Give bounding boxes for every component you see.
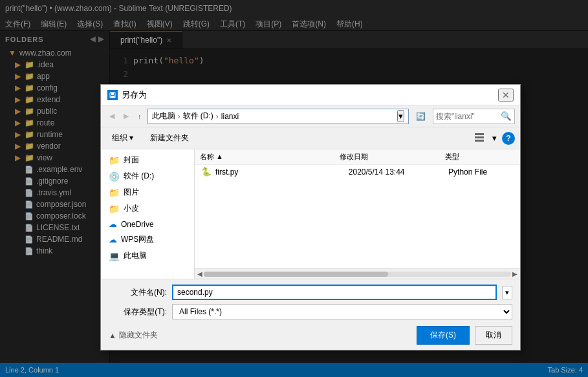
sidebar-item-label: 此电脑: [124, 250, 147, 261]
dialog-sidebar-item-D[interactable]: 💿软件 (D:): [101, 168, 194, 184]
sidebar-item-label: 软件 (D:): [124, 171, 154, 182]
dialog-sidebar-item-[interactable]: 📁封面: [101, 152, 194, 168]
dialog-sidebar-item-WPS[interactable]: ☁WPS网盘: [101, 232, 194, 248]
breadcrumb-dropdown-button[interactable]: ▾: [397, 110, 404, 122]
dialog-actions: 组织 ▾ 新建文件夹 ▾ ?: [101, 127, 520, 149]
dialog-body: 📁封面💿软件 (D:)📁图片📁小皮☁OneDrive☁WPS网盘💻此电脑 名称 …: [101, 149, 520, 279]
nav-forward-button[interactable]: ▶: [120, 110, 132, 122]
filelist-scrollbar: ◀ ▶: [195, 268, 520, 279]
pc-icon: 💻: [109, 251, 120, 261]
footer-buttons: ▲ 隐藏文件夹 保存(S) 取消: [109, 323, 512, 345]
svg-rect-1: [111, 96, 114, 98]
col-type[interactable]: 类型: [445, 152, 515, 162]
hide-folder-area: ▲ 隐藏文件夹: [109, 326, 411, 345]
file-date: 2020/5/14 13:44: [349, 167, 448, 177]
dialog-footer: 文件名(N): ▾ 保存类型(T): All Files (*.*) ▲ 隐藏文…: [101, 279, 520, 350]
dialog-sidebar-item-OneDrive[interactable]: ☁OneDrive: [101, 217, 194, 232]
dialog-title-text: 另存为: [122, 89, 494, 101]
hide-folder-chevron-icon: ▲: [109, 331, 116, 340]
file-list-area: 名称 ▲ 修改日期 类型 🐍 first.py 2020/5/14 13:44 …: [195, 149, 520, 279]
filetype-select[interactable]: All Files (*.*): [172, 304, 512, 319]
folder-icon: 📁: [109, 204, 120, 214]
scroll-left-button[interactable]: ◀: [196, 270, 204, 277]
file-name: first.py: [215, 167, 349, 177]
svg-rect-4: [475, 140, 484, 142]
action-left: 组织 ▾ 新建文件夹: [106, 130, 195, 146]
view-details-button[interactable]: ▾: [490, 132, 499, 144]
sidebar-item-label: 封面: [124, 155, 139, 166]
sidebar-item-label: WPS网盘: [121, 234, 154, 245]
refresh-button[interactable]: 🔄: [411, 110, 430, 123]
file-rows: 🐍 first.py 2020/5/14 13:44 Python File: [195, 165, 520, 178]
folder-icon: 📁: [109, 155, 120, 166]
folder-icon: 📁: [109, 188, 120, 198]
search-input[interactable]: [436, 112, 501, 121]
py-file-icon: 🐍: [200, 167, 213, 177]
organize-button[interactable]: 组织 ▾: [106, 130, 139, 146]
dialog-titlebar: 另存为 ✕: [101, 85, 520, 105]
search-box: 🔍: [433, 109, 515, 124]
bc-pc: 此电脑: [152, 111, 175, 122]
svg-rect-2: [475, 133, 484, 135]
dialog-title-icon: [107, 90, 118, 100]
dialog-close-button[interactable]: ✕: [498, 89, 514, 102]
dialog-toolbar: ◀ ▶ ↑ 此电脑 › 软件 (D:) › lianxi ▾ 🔄 🔍: [101, 105, 520, 127]
bc-sep1: ›: [178, 112, 180, 121]
cancel-button[interactable]: 取消: [475, 326, 512, 345]
save-dialog: 另存为 ✕ ◀ ▶ ↑ 此电脑 › 软件 (D:) › lianxi ▾ 🔄 🔍…: [100, 84, 521, 350]
filename-row: 文件名(N): ▾: [109, 285, 512, 300]
col-date[interactable]: 修改日期: [340, 152, 444, 162]
cloud-icon: ☁: [109, 235, 117, 244]
dialog-sidebar-item-[interactable]: 💻此电脑: [101, 248, 194, 264]
sidebar-item-label: 小皮: [124, 203, 139, 214]
bc-folder: lianxi: [221, 112, 239, 121]
nav-up-button[interactable]: ↑: [135, 111, 145, 122]
filename-label: 文件名(N):: [109, 287, 167, 298]
nav-back-button[interactable]: ◀: [106, 110, 118, 122]
dialog-filelist: 名称 ▲ 修改日期 类型 🐍 first.py 2020/5/14 13:44 …: [195, 149, 520, 268]
dialog-sidebar: 📁封面💿软件 (D:)📁图片📁小皮☁OneDrive☁WPS网盘💻此电脑: [101, 149, 195, 279]
sidebar-item-label: OneDrive: [121, 220, 154, 229]
filelist-header: 名称 ▲ 修改日期 类型: [195, 149, 520, 165]
col-name[interactable]: 名称 ▲: [200, 152, 340, 162]
new-folder-button[interactable]: 新建文件夹: [144, 130, 195, 146]
breadcrumb-bar: 此电脑 › 软件 (D:) › lianxi ▾: [147, 109, 409, 124]
bc-drive: 软件 (D:): [183, 111, 213, 122]
hide-folder-label: 隐藏文件夹: [119, 330, 158, 341]
save-button[interactable]: 保存(S): [417, 326, 470, 345]
file-type: Python File: [448, 167, 515, 177]
filetype-row: 保存类型(T): All Files (*.*): [109, 304, 512, 319]
view-controls: ▾ ?: [472, 131, 515, 145]
help-button[interactable]: ?: [502, 132, 515, 145]
filename-input[interactable]: [172, 285, 497, 300]
hide-folder-button[interactable]: ▲ 隐藏文件夹: [109, 330, 158, 341]
drive-icon: 💿: [109, 171, 120, 182]
scroll-right-button[interactable]: ▶: [511, 270, 519, 277]
scroll-thumb: [204, 272, 388, 277]
svg-rect-3: [475, 136, 484, 138]
cloud-icon: ☁: [109, 219, 117, 229]
sidebar-item-label: 图片: [124, 187, 139, 198]
filename-dropdown-button[interactable]: ▾: [502, 286, 512, 299]
view-list-button[interactable]: [472, 131, 487, 145]
file-row[interactable]: 🐍 first.py 2020/5/14 13:44 Python File: [195, 165, 520, 178]
bc-sep2: ›: [216, 112, 219, 121]
scroll-track[interactable]: [204, 272, 511, 277]
search-button[interactable]: 🔍: [501, 111, 512, 121]
dialog-sidebar-item-[interactable]: 📁图片: [101, 184, 194, 200]
filetype-label: 保存类型(T):: [109, 307, 167, 318]
dialog-sidebar-item-[interactable]: 📁小皮: [101, 200, 194, 217]
